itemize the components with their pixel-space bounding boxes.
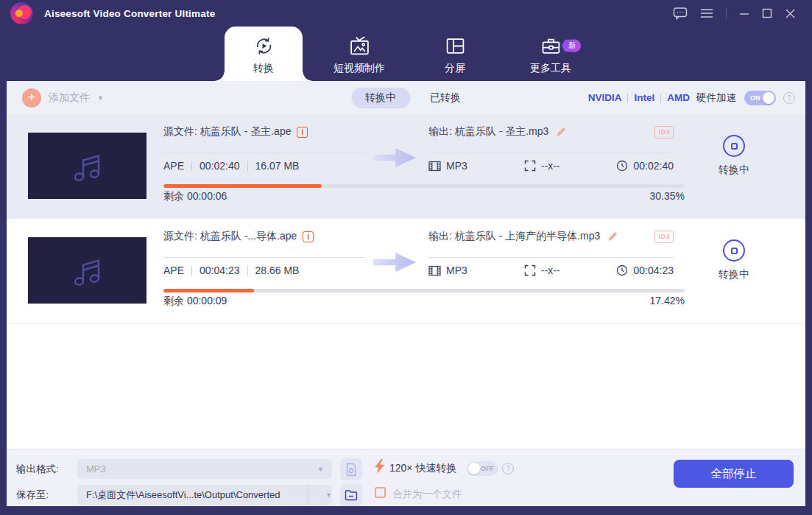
progress-bar bbox=[163, 184, 685, 188]
output-format-select[interactable]: MP3 ▼ bbox=[77, 459, 332, 479]
task-thumbnail bbox=[28, 237, 146, 304]
output-duration: 00:04:23 bbox=[633, 264, 674, 276]
toggle-knob bbox=[763, 92, 774, 104]
source-size: 16.07 MB bbox=[255, 160, 300, 172]
hamburger-menu-icon bbox=[700, 8, 713, 18]
menu-button[interactable] bbox=[700, 8, 713, 18]
minimize-button[interactable] bbox=[739, 8, 749, 18]
output-meta: MP3 --x-- 00:02:40 bbox=[428, 160, 674, 172]
tab-split-screen-label: 分屏 bbox=[445, 62, 465, 75]
tab-more-tools[interactable]: 更多工具 新 bbox=[512, 27, 590, 81]
tab-split-screen[interactable]: 分屏 bbox=[416, 27, 494, 81]
view-tab-converting[interactable]: 转换中 bbox=[351, 88, 410, 108]
caret-down-icon: ▼ bbox=[325, 491, 332, 499]
gear-file-icon bbox=[345, 463, 358, 477]
save-path-dropdown[interactable]: ▼ bbox=[308, 485, 332, 505]
gpu-brand-amd: AMD bbox=[667, 92, 690, 103]
fast-convert-help-icon[interactable]: ? bbox=[502, 463, 514, 474]
hw-accel-help-icon[interactable]: ? bbox=[783, 92, 795, 104]
task-status-block: 转换中 bbox=[685, 114, 783, 219]
tab-convert-label: 转换 bbox=[253, 62, 274, 75]
add-files-label: 添加文件 bbox=[49, 91, 90, 105]
feedback-icon bbox=[673, 7, 688, 20]
transfer-arrow-icon bbox=[373, 148, 416, 167]
format-film-icon bbox=[428, 161, 441, 172]
divider bbox=[428, 257, 674, 258]
caret-down-icon: ▼ bbox=[317, 466, 332, 473]
titlebar: Aiseesoft Video Converter Ultimate bbox=[0, 0, 812, 27]
tab-short-video-label: 短视频制作 bbox=[333, 62, 385, 75]
maximize-icon bbox=[762, 8, 772, 18]
fast-convert-label: 120× 快速转换 bbox=[389, 462, 456, 475]
output-duration: 00:02:40 bbox=[633, 160, 674, 172]
resolution-icon bbox=[524, 264, 536, 276]
profile-settings-button[interactable] bbox=[340, 458, 362, 480]
transfer-arrow-icon bbox=[373, 253, 416, 272]
app-title: Aiseesoft Video Converter Ultimate bbox=[44, 8, 215, 19]
tab-convert[interactable]: 转换 bbox=[225, 27, 303, 81]
hw-accel-label: 硬件加速 bbox=[696, 91, 736, 105]
output-filename: 输出: 杭盖乐队 - 上海产的半导体.mp3 ID3 bbox=[428, 230, 674, 243]
toolbar: + 添加文件 ▼ 转换中 已转换 NVIDIA Intel AMD 硬件加速 O… bbox=[7, 81, 805, 114]
save-path-select[interactable]: F:\桌面文件\AiseesoftVi...te\Output\Converte… bbox=[77, 485, 332, 505]
titlebar-separator bbox=[726, 8, 727, 19]
progress-bar bbox=[163, 289, 685, 292]
fast-convert-toggle[interactable]: OFF bbox=[467, 461, 498, 476]
tab-short-video[interactable]: 短视频制作 bbox=[320, 27, 398, 81]
source-filename: 源文件: 杭盖乐队 -...导体.ape i bbox=[163, 230, 364, 243]
app-body: + 添加文件 ▼ 转换中 已转换 NVIDIA Intel AMD 硬件加速 O… bbox=[7, 81, 805, 506]
id3-edit-button[interactable]: ID3 bbox=[654, 231, 674, 243]
maximize-button[interactable] bbox=[762, 8, 772, 18]
plus-icon: + bbox=[22, 88, 41, 108]
merge-label: 合并为一个文件 bbox=[392, 488, 462, 501]
feedback-button[interactable] bbox=[673, 7, 688, 20]
stop-icon bbox=[731, 143, 738, 150]
task-status: 转换中 bbox=[685, 268, 783, 281]
hw-accel-toggle[interactable]: ON bbox=[744, 91, 776, 105]
minimize-icon bbox=[739, 8, 749, 18]
music-note-icon bbox=[70, 253, 105, 287]
edit-name-icon[interactable] bbox=[555, 126, 567, 138]
task-row-1[interactable]: 源文件: 杭盖乐队 - 圣主.ape i APE 00:02:40 16.07 … bbox=[7, 114, 805, 219]
close-button[interactable] bbox=[785, 8, 796, 19]
tab-more-tools-label: 更多工具 bbox=[530, 62, 571, 75]
divider bbox=[163, 153, 364, 153]
open-folder-button[interactable] bbox=[340, 484, 362, 506]
output-filename: 输出: 杭盖乐队 - 圣主.mp3 ID3 bbox=[428, 125, 674, 139]
info-icon[interactable]: i bbox=[303, 231, 314, 242]
source-meta: APE 00:04:23 28.66 MB bbox=[163, 264, 364, 276]
gpu-brand-nvidia: NVIDIA bbox=[588, 92, 622, 103]
add-files-button[interactable]: + 添加文件 ▼ bbox=[22, 88, 104, 108]
output-block: 输出: 杭盖乐队 - 上海产的半导体.mp3 ID3 MP3 bbox=[428, 219, 674, 323]
progress-percent: 30.35% bbox=[163, 190, 685, 202]
stop-all-button[interactable]: 全部停止 bbox=[674, 460, 794, 488]
output-resolution: --x-- bbox=[541, 264, 560, 276]
footer-bar: 输出格式: MP3 ▼ 保存至: F:\桌面文件\AiseesoftVi...t… bbox=[7, 449, 805, 506]
id3-edit-button[interactable]: ID3 bbox=[654, 126, 674, 139]
app-window: Aiseesoft Video Converter Ultimate bbox=[0, 0, 812, 515]
view-tab-converted[interactable]: 已转换 bbox=[430, 91, 461, 105]
feature-tabs: 转换 短视频制作 分屏 更多工具 bbox=[225, 27, 590, 81]
gpu-brand-intel: Intel bbox=[634, 92, 654, 103]
source-filename: 源文件: 杭盖乐队 - 圣主.ape i bbox=[163, 125, 364, 139]
task-row-2[interactable]: 源文件: 杭盖乐队 -...导体.ape i APE 00:04:23 28.6… bbox=[7, 219, 805, 324]
info-icon[interactable]: i bbox=[297, 127, 308, 138]
hardware-accel-zone: NVIDIA Intel AMD 硬件加速 ON ? bbox=[588, 91, 795, 105]
convert-icon bbox=[254, 36, 274, 56]
merge-checkbox[interactable] bbox=[375, 487, 386, 498]
music-note-icon bbox=[70, 149, 105, 183]
source-meta: APE 00:02:40 16.07 MB bbox=[163, 160, 364, 172]
resolution-icon bbox=[524, 160, 536, 172]
toggle-off-label: OFF bbox=[481, 465, 494, 472]
task-status: 转换中 bbox=[685, 164, 783, 177]
divider bbox=[428, 153, 674, 153]
gpu-separator bbox=[627, 94, 628, 102]
stop-icon bbox=[731, 248, 738, 254]
source-size: 28.66 MB bbox=[255, 264, 300, 276]
output-meta: MP3 --x-- 00:04:23 bbox=[428, 264, 674, 276]
divider bbox=[163, 257, 364, 258]
stop-task-button[interactable] bbox=[723, 239, 745, 262]
format-film-icon bbox=[428, 265, 441, 276]
stop-task-button[interactable] bbox=[723, 135, 745, 157]
edit-name-icon[interactable] bbox=[607, 231, 618, 242]
